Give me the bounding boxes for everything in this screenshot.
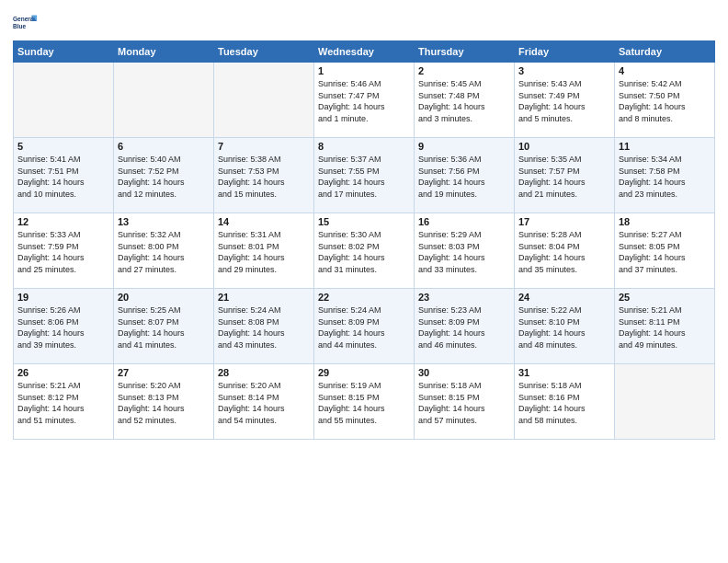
calendar-cell: 18Sunrise: 5:27 AM Sunset: 8:05 PM Dayli… bbox=[615, 213, 715, 289]
day-info: Sunrise: 5:45 AM Sunset: 7:48 PM Dayligh… bbox=[418, 78, 510, 124]
day-info: Sunrise: 5:21 AM Sunset: 8:11 PM Dayligh… bbox=[619, 304, 711, 350]
calendar-cell: 11Sunrise: 5:34 AM Sunset: 7:58 PM Dayli… bbox=[615, 138, 715, 213]
calendar-header-saturday: Saturday bbox=[615, 41, 715, 63]
day-number: 17 bbox=[518, 216, 610, 227]
day-number: 16 bbox=[418, 216, 510, 227]
day-number: 3 bbox=[518, 65, 610, 76]
day-number: 19 bbox=[17, 292, 109, 303]
calendar-cell: 10Sunrise: 5:35 AM Sunset: 7:57 PM Dayli… bbox=[515, 138, 615, 213]
calendar-cell: 31Sunrise: 5:18 AM Sunset: 8:16 PM Dayli… bbox=[515, 364, 615, 440]
calendar-cell: 1Sunrise: 5:46 AM Sunset: 7:47 PM Daylig… bbox=[314, 63, 415, 138]
calendar-cell: 6Sunrise: 5:40 AM Sunset: 7:52 PM Daylig… bbox=[114, 138, 214, 213]
day-number: 7 bbox=[218, 141, 310, 152]
day-info: Sunrise: 5:23 AM Sunset: 8:09 PM Dayligh… bbox=[418, 304, 510, 350]
calendar-cell: 3Sunrise: 5:43 AM Sunset: 7:49 PM Daylig… bbox=[515, 63, 615, 138]
day-info: Sunrise: 5:42 AM Sunset: 7:50 PM Dayligh… bbox=[619, 78, 711, 124]
day-number: 11 bbox=[619, 141, 711, 152]
calendar-header-wednesday: Wednesday bbox=[314, 41, 415, 63]
day-number: 12 bbox=[17, 216, 109, 227]
day-number: 8 bbox=[318, 141, 410, 152]
logo: GeneralBlue bbox=[13, 9, 39, 35]
day-info: Sunrise: 5:40 AM Sunset: 7:52 PM Dayligh… bbox=[118, 154, 210, 200]
day-info: Sunrise: 5:29 AM Sunset: 8:03 PM Dayligh… bbox=[418, 229, 510, 275]
day-info: Sunrise: 5:41 AM Sunset: 7:51 PM Dayligh… bbox=[17, 154, 109, 200]
calendar-header-monday: Monday bbox=[114, 41, 214, 63]
day-info: Sunrise: 5:28 AM Sunset: 8:04 PM Dayligh… bbox=[518, 229, 610, 275]
calendar-cell: 13Sunrise: 5:32 AM Sunset: 8:00 PM Dayli… bbox=[114, 213, 214, 289]
day-info: Sunrise: 5:31 AM Sunset: 8:01 PM Dayligh… bbox=[218, 229, 310, 275]
day-number: 13 bbox=[118, 216, 210, 227]
calendar-cell: 5Sunrise: 5:41 AM Sunset: 7:51 PM Daylig… bbox=[14, 138, 114, 213]
day-number: 10 bbox=[518, 141, 610, 152]
day-info: Sunrise: 5:25 AM Sunset: 8:07 PM Dayligh… bbox=[118, 304, 210, 350]
day-number: 31 bbox=[518, 367, 610, 378]
calendar-cell: 26Sunrise: 5:21 AM Sunset: 8:12 PM Dayli… bbox=[14, 364, 114, 440]
calendar-week-4: 19Sunrise: 5:26 AM Sunset: 8:06 PM Dayli… bbox=[14, 289, 715, 364]
day-number: 27 bbox=[118, 367, 210, 378]
day-info: Sunrise: 5:33 AM Sunset: 7:59 PM Dayligh… bbox=[17, 229, 109, 275]
calendar-header-friday: Friday bbox=[515, 41, 615, 63]
calendar-cell: 2Sunrise: 5:45 AM Sunset: 7:48 PM Daylig… bbox=[415, 63, 515, 138]
day-number: 22 bbox=[318, 292, 410, 303]
day-info: Sunrise: 5:19 AM Sunset: 8:15 PM Dayligh… bbox=[318, 380, 410, 426]
day-number: 24 bbox=[518, 292, 610, 303]
calendar-cell: 8Sunrise: 5:37 AM Sunset: 7:55 PM Daylig… bbox=[314, 138, 415, 213]
header: GeneralBlue bbox=[13, 9, 715, 35]
day-number: 28 bbox=[218, 367, 310, 378]
calendar-week-5: 26Sunrise: 5:21 AM Sunset: 8:12 PM Dayli… bbox=[14, 364, 715, 440]
day-info: Sunrise: 5:24 AM Sunset: 8:08 PM Dayligh… bbox=[218, 304, 310, 350]
day-number: 20 bbox=[118, 292, 210, 303]
day-info: Sunrise: 5:35 AM Sunset: 7:57 PM Dayligh… bbox=[518, 154, 610, 200]
day-info: Sunrise: 5:30 AM Sunset: 8:02 PM Dayligh… bbox=[318, 229, 410, 275]
day-info: Sunrise: 5:34 AM Sunset: 7:58 PM Dayligh… bbox=[619, 154, 711, 200]
day-number: 14 bbox=[218, 216, 310, 227]
calendar-cell: 29Sunrise: 5:19 AM Sunset: 8:15 PM Dayli… bbox=[314, 364, 415, 440]
day-info: Sunrise: 5:24 AM Sunset: 8:09 PM Dayligh… bbox=[318, 304, 410, 350]
day-number: 23 bbox=[418, 292, 510, 303]
day-number: 29 bbox=[318, 367, 410, 378]
day-info: Sunrise: 5:36 AM Sunset: 7:56 PM Dayligh… bbox=[418, 154, 510, 200]
day-number: 30 bbox=[418, 367, 510, 378]
day-info: Sunrise: 5:46 AM Sunset: 7:47 PM Dayligh… bbox=[318, 78, 410, 124]
calendar-cell: 15Sunrise: 5:30 AM Sunset: 8:02 PM Dayli… bbox=[314, 213, 415, 289]
day-info: Sunrise: 5:20 AM Sunset: 8:14 PM Dayligh… bbox=[218, 380, 310, 426]
day-info: Sunrise: 5:38 AM Sunset: 7:53 PM Dayligh… bbox=[218, 154, 310, 200]
calendar-cell: 14Sunrise: 5:31 AM Sunset: 8:01 PM Dayli… bbox=[214, 213, 314, 289]
day-number: 5 bbox=[17, 141, 109, 152]
calendar-cell: 7Sunrise: 5:38 AM Sunset: 7:53 PM Daylig… bbox=[214, 138, 314, 213]
calendar-cell: 19Sunrise: 5:26 AM Sunset: 8:06 PM Dayli… bbox=[14, 289, 114, 364]
calendar-table: SundayMondayTuesdayWednesdayThursdayFrid… bbox=[13, 40, 715, 440]
day-number: 1 bbox=[318, 65, 410, 76]
calendar-cell: 21Sunrise: 5:24 AM Sunset: 8:08 PM Dayli… bbox=[214, 289, 314, 364]
calendar-cell: 24Sunrise: 5:22 AM Sunset: 8:10 PM Dayli… bbox=[515, 289, 615, 364]
calendar-cell: 9Sunrise: 5:36 AM Sunset: 7:56 PM Daylig… bbox=[415, 138, 515, 213]
day-info: Sunrise: 5:18 AM Sunset: 8:16 PM Dayligh… bbox=[518, 380, 610, 426]
page: GeneralBlue SundayMondayTuesdayWednesday… bbox=[0, 0, 728, 563]
calendar-cell bbox=[615, 364, 715, 440]
calendar-header-sunday: Sunday bbox=[14, 41, 114, 63]
svg-text:Blue: Blue bbox=[13, 23, 26, 29]
calendar-cell bbox=[214, 63, 314, 138]
day-info: Sunrise: 5:27 AM Sunset: 8:05 PM Dayligh… bbox=[619, 229, 711, 275]
day-info: Sunrise: 5:43 AM Sunset: 7:49 PM Dayligh… bbox=[518, 78, 610, 124]
day-number: 21 bbox=[218, 292, 310, 303]
calendar-header-thursday: Thursday bbox=[415, 41, 515, 63]
calendar-cell: 30Sunrise: 5:18 AM Sunset: 8:15 PM Dayli… bbox=[415, 364, 515, 440]
day-info: Sunrise: 5:20 AM Sunset: 8:13 PM Dayligh… bbox=[118, 380, 210, 426]
day-info: Sunrise: 5:37 AM Sunset: 7:55 PM Dayligh… bbox=[318, 154, 410, 200]
calendar-cell: 12Sunrise: 5:33 AM Sunset: 7:59 PM Dayli… bbox=[14, 213, 114, 289]
day-number: 15 bbox=[318, 216, 410, 227]
day-info: Sunrise: 5:26 AM Sunset: 8:06 PM Dayligh… bbox=[17, 304, 109, 350]
day-number: 6 bbox=[118, 141, 210, 152]
calendar-header-row: SundayMondayTuesdayWednesdayThursdayFrid… bbox=[14, 41, 715, 63]
calendar-cell: 23Sunrise: 5:23 AM Sunset: 8:09 PM Dayli… bbox=[415, 289, 515, 364]
day-number: 2 bbox=[418, 65, 510, 76]
day-number: 25 bbox=[619, 292, 711, 303]
day-number: 9 bbox=[418, 141, 510, 152]
calendar-cell: 27Sunrise: 5:20 AM Sunset: 8:13 PM Dayli… bbox=[114, 364, 214, 440]
calendar-week-1: 1Sunrise: 5:46 AM Sunset: 7:47 PM Daylig… bbox=[14, 63, 715, 138]
calendar-week-3: 12Sunrise: 5:33 AM Sunset: 7:59 PM Dayli… bbox=[14, 213, 715, 289]
logo-icon: GeneralBlue bbox=[13, 9, 39, 35]
day-info: Sunrise: 5:32 AM Sunset: 8:00 PM Dayligh… bbox=[118, 229, 210, 275]
day-number: 4 bbox=[619, 65, 711, 76]
